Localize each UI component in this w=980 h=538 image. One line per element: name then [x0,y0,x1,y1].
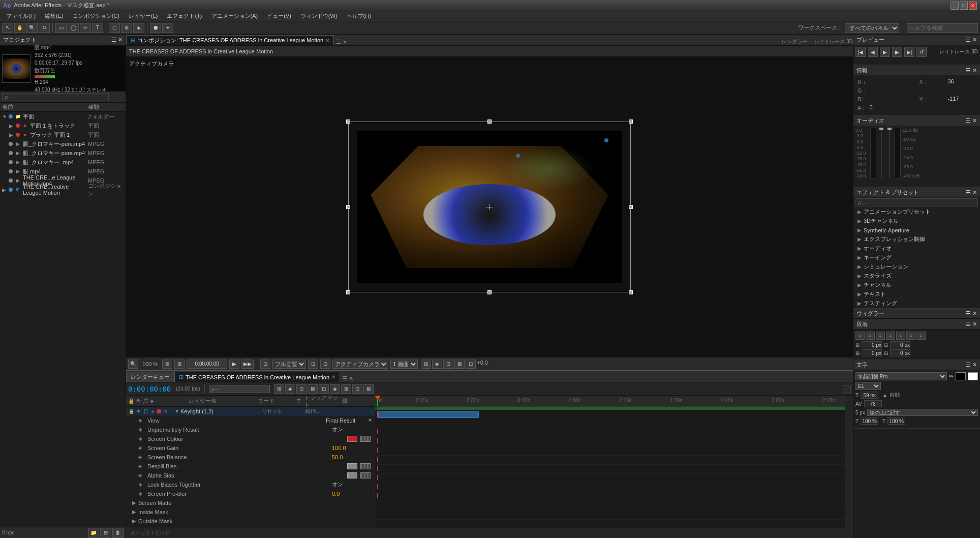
align-j-center-button[interactable]: ≡ [906,332,915,340]
effects-menu-icon[interactable]: ☰ [966,189,971,196]
timeline-search[interactable] [209,385,270,393]
tl-btn-1[interactable]: ⊞ [274,384,284,394]
prop-value[interactable]: 0.0 [332,491,373,497]
tool-ellipse[interactable]: ◯ [68,23,79,33]
resolution-btn[interactable]: ⊡ [320,360,330,369]
comp-tab-active[interactable]: ⊞ コンポジション: THE CREASES OF ADDRESS in Cre… [126,35,334,45]
handle-top-center[interactable] [487,119,492,124]
tool-puppet[interactable]: ✦ [162,23,173,33]
comp-tab-close[interactable]: ✕ [325,38,329,43]
menu-composition[interactable]: コンポジション(C) [69,11,124,21]
prop-dropdown[interactable]: ▼ [368,417,373,423]
layer-lock-icon[interactable]: 🔒 [128,408,134,414]
effect-animation-presets[interactable]: ▶ アニメーションプリセット [853,207,980,217]
wiggler-menu-icon[interactable]: ☰ [966,310,971,317]
prev-forward-button[interactable]: ▶ [892,47,902,57]
minimize-button[interactable]: _ [951,2,959,10]
prev-start-button[interactable]: |◀ [855,47,866,57]
handle-mid-left[interactable] [346,205,350,209]
snap-ctrl[interactable]: ⊠ [454,360,465,369]
preview-close-icon[interactable]: ✕ [972,37,977,43]
handle-bot-right[interactable] [629,290,633,294]
handle-mid-right[interactable] [629,205,633,209]
prev-end-button[interactable]: ▶| [904,47,914,57]
tool-rect[interactable]: ▭ [55,23,67,33]
handle-top-right[interactable] [629,119,633,124]
timeline-tab-active[interactable]: ⊞ THE CREASES OF ADDRESS in Creative Lea… [174,372,340,382]
spacing-after-input[interactable] [890,349,910,356]
tool-rotate[interactable]: ↻ [39,23,50,33]
playhead[interactable] [377,396,378,406]
menu-edit[interactable]: 編集(E) [41,11,68,21]
tl-btn-4[interactable]: ⊠ [308,384,318,394]
layer-row-keylight[interactable]: 🔒 👁 🎵 ◈ fx ▼ Keylight (1.2) リセット 続行... [126,407,375,416]
style-select[interactable]: EL [855,382,881,390]
prop-outside-mask[interactable]: ▶ Outside Mask [126,517,375,526]
align-center-button[interactable]: ≡ [866,332,875,340]
project-close-icon[interactable]: ✕ [118,37,122,43]
effect-testing[interactable]: ▶ テスティング [853,299,980,308]
effect-keying[interactable]: ▶ キーイング [853,253,980,262]
slider-thumb-left[interactable] [879,128,883,130]
quality-select[interactable]: フル画質 [272,360,306,369]
project-search-input[interactable] [2,93,109,101]
handle-bot-center[interactable] [487,290,492,294]
expand-icon[interactable]: ▶ [132,500,137,505]
timeline-close-icon[interactable]: ✕ [349,375,353,382]
effects-close-icon[interactable]: ✕ [972,189,977,196]
despill-eq[interactable] [360,463,371,469]
timeline-menu-icon[interactable]: ☰ [342,375,347,382]
indent-left-input[interactable] [862,341,882,348]
help-search[interactable] [907,23,978,33]
handle-bot-left[interactable] [346,290,350,294]
preview-menu-icon[interactable]: ☰ [966,37,971,43]
slider-thumb-right[interactable] [887,128,892,130]
tool-eraser[interactable]: ◈ [133,23,144,33]
tool-select[interactable]: ↖ [2,23,13,33]
tl-btn-7[interactable]: ⊞ [341,384,351,394]
screen-colour-swatch[interactable] [347,436,357,442]
effect-stylize[interactable]: ▶ スタライズ [853,272,980,281]
list-item[interactable]: ▶ ▶ 眼_クロマキー-pure.mp4 MPEG [0,139,126,148]
effect-audio[interactable]: ▶ オーディオ [853,244,980,253]
text-fill-color[interactable] [968,372,978,380]
channel-select[interactable]: ⊡ [308,360,318,369]
tl-btn-5[interactable]: ⊡ [319,384,329,394]
alpha-eq[interactable] [360,472,371,479]
menu-help[interactable]: ヘルプ(H) [343,11,375,21]
tool-brush[interactable]: ⬡ [109,23,120,33]
info-menu-icon[interactable]: ☰ [966,67,971,74]
align-left-button[interactable]: ≡ [855,332,865,340]
frame-select[interactable]: 1 画面 [390,360,418,369]
menu-effect[interactable]: エフェクト(T) [163,11,206,21]
tl-scroll-btn[interactable] [843,385,851,393]
view-select[interactable]: アクティブカメラ [332,360,388,369]
list-item[interactable]: ▶ ■ 平面 1 をトラック 平面 [0,121,126,130]
tl-btn-9[interactable]: ⊠ [363,384,374,394]
text-close-icon[interactable]: ✕ [972,362,977,368]
effect-channel[interactable]: ▶ チャンネル [853,281,980,290]
list-item[interactable]: ▶ ⊞ THE CRE...reative League Motion コンポジ… [0,185,126,194]
tool-text[interactable]: T [92,23,103,33]
timeline-right-scrollbar[interactable] [845,396,853,528]
new-comp-button[interactable]: ⊞ [100,528,111,538]
ram-preview-button[interactable]: ▶▶ [241,360,254,369]
magnify-button[interactable]: ⊡ [466,360,476,369]
prop-value[interactable]: 50.0 [332,454,373,460]
workspace-select[interactable]: すべてのパネル [845,23,899,33]
expand-icon[interactable]: ▶ [132,509,137,515]
effect-expression-control[interactable]: ▶ エクスプレッション制御 [853,235,980,244]
prev-play-button[interactable]: ▶ [880,47,890,57]
paragraph-menu-icon[interactable]: ☰ [966,321,971,327]
effect-3d-channel[interactable]: ▶ 3Dチャンネル [853,217,980,226]
mask-button[interactable]: ◈ [432,360,442,369]
tab-close-panel[interactable]: ✕ [343,39,347,45]
tool-zoom[interactable]: 🔍 [26,23,38,33]
effect-text[interactable]: ▶ テキスト [853,290,980,299]
3d-button[interactable]: ⊡ [443,360,453,369]
tool-pen[interactable]: ✏ [80,23,91,33]
tl-btn-3[interactable]: ⊡ [296,384,307,394]
prop-screen-matte[interactable]: ▶ Screen Matte [126,498,375,507]
new-folder-button[interactable]: 📁 [88,528,99,538]
text-menu-icon[interactable]: ☰ [966,362,971,368]
